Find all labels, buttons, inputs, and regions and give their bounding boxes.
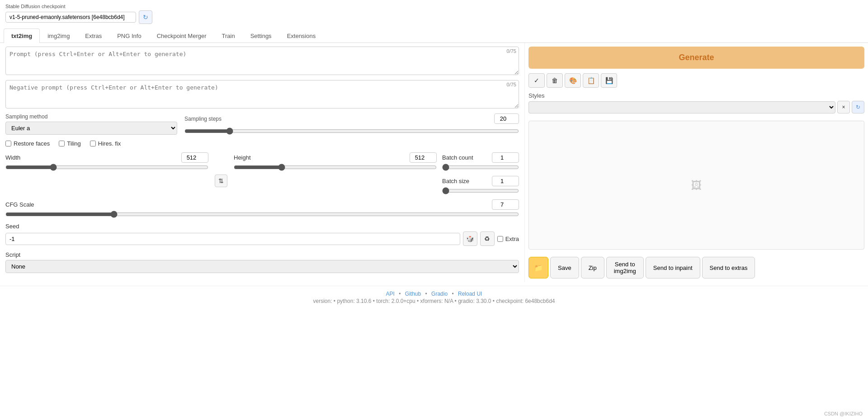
open-folder-btn[interactable]: 📁 <box>528 257 548 278</box>
width-input[interactable] <box>181 152 208 163</box>
save-icon-btn[interactable]: 💾 <box>601 73 617 88</box>
footer-reload-link[interactable]: Reload UI <box>458 291 482 297</box>
restore-faces-checkbox[interactable]: Restore faces <box>5 140 50 147</box>
hires-fix-checkbox[interactable]: Hires. fix <box>90 140 121 147</box>
footer-api-link[interactable]: API <box>386 291 395 297</box>
seed-extra-label: Extra <box>505 236 519 242</box>
sampling-steps-group: Sampling steps <box>184 113 519 135</box>
prompt-textarea[interactable] <box>5 47 519 75</box>
cfg-section: CFG Scale <box>5 199 519 219</box>
seed-section: Seed 🎲 ♻ Extra <box>5 223 519 246</box>
sampling-method-label: Sampling method <box>5 113 177 120</box>
hires-fix-input[interactable] <box>90 141 96 146</box>
paste-icon-btn[interactable]: ✓ <box>528 73 545 88</box>
save-btn[interactable]: Save <box>550 257 579 278</box>
tab-img2img[interactable]: img2img <box>40 28 77 43</box>
generate-btn[interactable]: Generate <box>528 47 864 69</box>
right-top: Generate ✓ 🗑 🎨 📋 💾 Styles × ↻ <box>525 43 868 117</box>
action-icons-row: ✓ 🗑 🎨 📋 💾 <box>528 73 864 88</box>
styles-row: × ↻ <box>528 101 864 113</box>
footer-links: API • Github • Gradio • Reload UI <box>5 291 863 297</box>
sampling-steps-label: Sampling steps <box>184 116 222 122</box>
styles-section: Styles × ↻ <box>528 92 864 113</box>
width-group: Width <box>5 152 208 196</box>
hires-fix-label: Hires. fix <box>98 140 121 147</box>
swap-dimensions-btn[interactable]: ⇅ <box>215 175 227 187</box>
tab-checkpoint-merger[interactable]: Checkpoint Merger <box>149 28 214 43</box>
tab-png-info[interactable]: PNG Info <box>109 28 149 43</box>
height-slider[interactable] <box>234 164 437 171</box>
tiling-input[interactable] <box>59 141 65 146</box>
negative-prompt-textarea[interactable] <box>5 80 519 109</box>
prompt-box: 0/75 <box>5 47 519 76</box>
sampling-method-group: Sampling method Euler aEulerLMSHeunDPM2D… <box>5 113 177 135</box>
negative-token-count: 0/75 <box>507 82 516 87</box>
sampling-row: Sampling method Euler aEulerLMSHeunDPM2D… <box>5 113 519 135</box>
batch-count-label: Batch count <box>442 154 473 161</box>
checkpoint-label: Stable Diffusion checkpoint <box>5 4 152 9</box>
trash-icon-btn[interactable]: 🗑 <box>547 73 563 88</box>
batch-count-group: Batch count Batch size <box>442 152 519 196</box>
prompt-token-count: 0/75 <box>507 48 516 54</box>
footer-gradio-link[interactable]: Gradio <box>431 291 448 297</box>
output-action-buttons: 📁 Save Zip Send to img2img Send to inpai… <box>525 253 868 282</box>
clipboard-icon-btn[interactable]: 📋 <box>583 73 599 88</box>
seed-extra-input[interactable] <box>497 236 503 242</box>
footer: API • Github • Gradio • Reload UI versio… <box>0 286 868 309</box>
tab-extensions[interactable]: Extensions <box>279 28 324 43</box>
restore-faces-input[interactable] <box>5 141 11 146</box>
seed-label: Seed <box>5 223 519 230</box>
main-layout: 0/75 0/75 Sampling method Euler aEulerLM… <box>0 43 868 282</box>
tab-settings[interactable]: Settings <box>243 28 279 43</box>
checkpoint-refresh-btn[interactable]: ↻ <box>139 10 152 24</box>
sampling-method-select[interactable]: Euler aEulerLMSHeunDPM2DPM2 aDPM++ 2S aD… <box>5 122 177 135</box>
batch-size-input[interactable] <box>492 176 519 186</box>
right-column: Generate ✓ 🗑 🎨 📋 💾 Styles × ↻ 🖼 <box>524 43 868 282</box>
batch-count-slider[interactable] <box>442 164 519 171</box>
sampling-steps-input[interactable] <box>494 113 519 124</box>
send-to-inpaint-btn[interactable]: Send to inpaint <box>646 257 700 278</box>
tabs-bar: txt2img img2img Extras PNG Info Checkpoi… <box>0 28 868 43</box>
script-select[interactable]: None <box>5 260 519 273</box>
styles-label: Styles <box>528 92 864 99</box>
style1-icon-btn[interactable]: 🎨 <box>565 73 581 88</box>
tab-txt2img[interactable]: txt2img <box>4 28 40 43</box>
batch-size-label: Batch size <box>442 178 469 184</box>
sampling-steps-slider[interactable] <box>184 127 519 135</box>
restore-faces-label: Restore faces <box>14 140 50 147</box>
width-slider[interactable] <box>5 164 208 171</box>
cfg-input[interactable] <box>492 199 519 210</box>
checkboxes-row: Restore faces Tiling Hires. fix <box>5 140 519 147</box>
seed-dice-btn[interactable]: 🎲 <box>463 231 477 246</box>
height-input[interactable] <box>410 152 437 163</box>
seed-recycle-btn[interactable]: ♻ <box>480 231 495 246</box>
send-to-img2img-btn[interactable]: Send to img2img <box>606 257 644 278</box>
script-label: Script <box>5 251 519 258</box>
batch-count-input[interactable] <box>492 152 519 163</box>
swap-btn-col: ⇅ <box>214 166 228 196</box>
height-group: Height <box>234 152 437 196</box>
zip-btn[interactable]: Zip <box>581 257 604 278</box>
styles-refresh-btn[interactable]: ↻ <box>852 101 864 113</box>
footer-github-link[interactable]: Github <box>405 291 421 297</box>
seed-input[interactable] <box>5 233 460 245</box>
seed-extra-checkbox[interactable]: Extra <box>497 236 519 242</box>
tab-extras[interactable]: Extras <box>77 28 109 43</box>
styles-clear-btn[interactable]: × <box>837 101 850 113</box>
tiling-checkbox[interactable]: Tiling <box>59 140 81 147</box>
left-column: 0/75 0/75 Sampling method Euler aEulerLM… <box>0 43 524 282</box>
footer-version-info: version: • python: 3.10.6 • torch: 2.0.0… <box>5 298 863 304</box>
output-image-area: 🖼 <box>528 121 864 250</box>
tab-train[interactable]: Train <box>214 28 243 43</box>
batch-size-slider[interactable] <box>442 187 519 194</box>
styles-select[interactable] <box>528 101 835 113</box>
cfg-slider[interactable] <box>5 211 519 218</box>
checkpoint-dropdown[interactable]: v1-5-pruned-emaonly.safetensors [6e48bcb… <box>5 12 136 23</box>
negative-prompt-box: 0/75 <box>5 80 519 110</box>
send-to-extras-btn[interactable]: Send to extras <box>702 257 755 278</box>
cfg-label: CFG Scale <box>5 201 34 208</box>
script-section: Script None <box>5 251 519 273</box>
width-label: Width <box>5 154 20 161</box>
size-batch-row: Width ⇅ Height <box>5 152 519 196</box>
checkpoint-section: Stable Diffusion checkpoint v1-5-pruned-… <box>0 0 868 28</box>
